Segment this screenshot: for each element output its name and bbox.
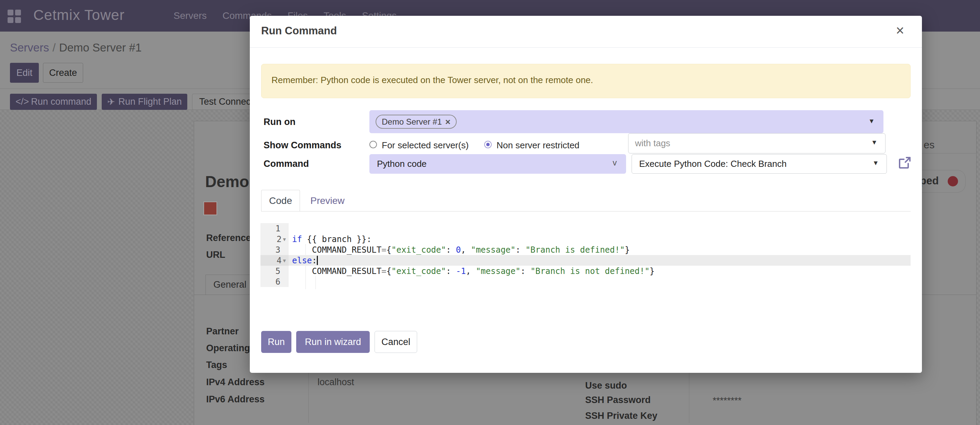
chevron-down-icon: ▼ — [871, 139, 878, 146]
apps-grid-icon[interactable] — [8, 10, 21, 23]
fold-arrow-icon[interactable]: ▼ — [283, 258, 286, 263]
ipv6-label: IPv6 Address — [206, 394, 264, 405]
line-number-gutter: 1 — [261, 223, 289, 234]
radio-non-server-restricted[interactable] — [484, 141, 492, 148]
ipv4-value: localhost — [318, 377, 354, 388]
right-tab-fragment[interactable]: es — [924, 139, 935, 151]
ssh-password-label: SSH Password — [585, 395, 651, 406]
command-select-value: Execute Python Code: Check Branch — [639, 159, 786, 169]
server-color-swatch[interactable] — [204, 201, 217, 215]
ssh-password-value: ******** — [713, 395, 741, 406]
code-line[interactable]: 1 — [261, 223, 911, 234]
code-text: COMMAND_RESULT={"exit_code": 0, "message… — [289, 245, 630, 255]
external-link-icon[interactable] — [898, 156, 912, 171]
code-icon: </> — [16, 97, 29, 107]
run-in-wizard-button[interactable]: Run in wizard — [296, 331, 370, 353]
radio-for-selected-servers-label[interactable]: For selected server(s) — [382, 140, 469, 151]
chevron-down-icon: ▼ — [872, 159, 879, 167]
fold-arrow-icon[interactable]: ▼ — [283, 236, 286, 242]
chevron-down-icon: v — [612, 158, 617, 168]
line-number-gutter: 6 — [261, 276, 289, 287]
command-label: Command — [264, 159, 309, 169]
reference-label: Reference — [206, 233, 251, 243]
code-text: if {{ branch }}: — [289, 235, 371, 244]
run-on-label: Run on — [264, 117, 296, 127]
breadcrumb-separator: / — [49, 41, 59, 54]
remove-tag-icon[interactable]: × — [445, 117, 450, 126]
code-line[interactable]: 2▼if {{ branch }}: — [261, 234, 911, 244]
modal-title: Run Command — [261, 25, 337, 37]
code-line[interactable]: 5 COMMAND_RESULT={"exit_code": -1, "mess… — [261, 266, 911, 276]
code-line[interactable]: 4▼else: — [261, 255, 911, 266]
breadcrumb: Servers/Demo Server #1 — [10, 41, 142, 54]
line-number-gutter: 4▼ — [261, 255, 289, 266]
code-editor[interactable]: 12▼if {{ branch }}:3 COMMAND_RESULT={"ex… — [261, 223, 911, 289]
tags-label: Tags — [206, 360, 227, 370]
breadcrumb-current: Demo Server #1 — [59, 41, 142, 54]
ssh-private-key-label: SSH Private Key — [585, 411, 657, 421]
code-text: else: — [289, 256, 318, 265]
partner-label: Partner — [206, 326, 239, 337]
url-label: URL — [206, 250, 226, 260]
code-line[interactable]: 6 — [261, 276, 911, 287]
nav-menu-item-servers[interactable]: Servers — [173, 10, 207, 21]
code-line[interactable]: 3 COMMAND_RESULT={"exit_code": 0, "messa… — [261, 244, 911, 255]
plane-icon: ✈ — [107, 97, 115, 108]
line-number-gutter: 5 — [261, 266, 289, 276]
code-text: COMMAND_RESULT={"exit_code": -1, "messag… — [289, 266, 655, 276]
tabs-divider — [261, 211, 911, 211]
ipv4-label: IPv4 Address — [206, 377, 264, 388]
radio-non-server-restricted-label[interactable]: Non server restricted — [496, 140, 579, 151]
server-tag-pill[interactable]: Demo Server #1 × — [375, 115, 457, 129]
close-icon[interactable]: × — [896, 23, 904, 38]
tab-code[interactable]: Code — [261, 190, 300, 211]
text-cursor — [317, 256, 318, 265]
chevron-down-icon: ▼ — [868, 117, 875, 125]
breadcrumb-servers-link[interactable]: Servers — [10, 41, 49, 54]
run-command-modal: Run Command × Remember: Python code is e… — [250, 16, 922, 373]
line-number-gutter: 2▼ — [261, 234, 289, 244]
status-red-dot-icon — [948, 176, 958, 186]
command-type-value: Python code — [377, 159, 427, 169]
table-column-divider-left — [308, 370, 309, 423]
python-warning-text: Remember: Python code is executed on the… — [272, 75, 593, 86]
line-number-gutter: 3 — [261, 244, 289, 255]
show-commands-label: Show Commands — [264, 140, 342, 151]
use-sudo-label: Use sudo — [585, 381, 627, 391]
run-flight-plan-button[interactable]: ✈ Run Flight Plan — [102, 94, 187, 110]
create-button[interactable]: Create — [43, 63, 83, 83]
run-button[interactable]: Run — [261, 331, 291, 353]
cancel-button[interactable]: Cancel — [375, 331, 417, 353]
tab-preview[interactable]: Preview — [300, 190, 355, 211]
brand-title: Cetmix Tower — [33, 7, 125, 23]
radio-for-selected-servers[interactable] — [369, 141, 377, 148]
with-tags-placeholder: with tags — [635, 138, 670, 149]
edit-button[interactable]: Edit — [10, 63, 39, 83]
modal-header-divider — [250, 48, 922, 48]
run-command-button[interactable]: </> Run command — [10, 94, 97, 110]
